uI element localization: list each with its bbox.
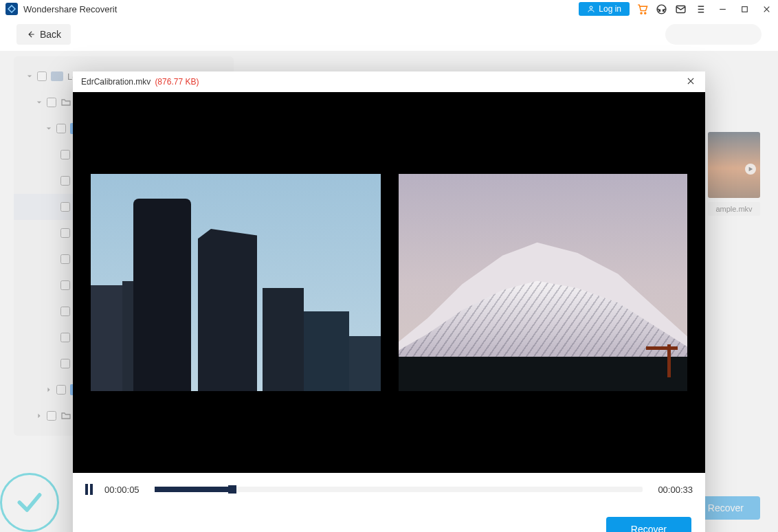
preview-modal: EdrCalibration.mkv (876.77 KB) <box>73 71 705 532</box>
caret-down-icon[interactable] <box>26 73 33 80</box>
video-frame-left <box>91 174 381 391</box>
tree-checkbox[interactable] <box>47 98 56 107</box>
video-preview <box>73 92 705 473</box>
tree-checkbox[interactable] <box>60 359 70 368</box>
modal-close-button[interactable] <box>686 76 697 87</box>
app-logo-icon <box>5 3 18 15</box>
drive-icon <box>51 71 63 81</box>
back-label: Back <box>40 29 61 40</box>
tree-checkbox[interactable] <box>60 254 70 264</box>
maximize-button[interactable] <box>738 3 751 15</box>
seek-thumb[interactable] <box>228 485 236 494</box>
tree-checkbox[interactable] <box>60 307 70 316</box>
modal-footer: Recover <box>73 506 705 532</box>
login-button[interactable]: Log in <box>579 2 630 16</box>
search-field[interactable] <box>665 24 762 45</box>
modal-header: EdrCalibration.mkv (876.77 KB) <box>73 71 705 92</box>
login-label: Log in <box>599 4 621 14</box>
close-button[interactable] <box>760 3 773 15</box>
thumbnail-image <box>708 132 760 198</box>
svg-point-1 <box>641 12 642 14</box>
titlebar: Wondershare Recoverit Log in <box>0 0 778 18</box>
caret-down-icon[interactable] <box>36 99 43 106</box>
caret-right-icon[interactable] <box>45 386 52 393</box>
modal-recover-button[interactable]: Recover <box>606 517 691 532</box>
list-icon[interactable] <box>693 2 707 16</box>
modal-filename: EdrCalibration.mkv <box>81 77 151 87</box>
seek-track[interactable] <box>155 487 643 492</box>
minimize-button[interactable] <box>716 3 729 15</box>
subbar: Back <box>0 18 778 51</box>
file-thumbnail[interactable]: ample.mkv <box>708 132 760 216</box>
tree-checkbox[interactable] <box>60 228 70 238</box>
current-time: 00:00:05 <box>104 485 140 495</box>
play-overlay-icon <box>745 164 756 175</box>
tree-checkbox[interactable] <box>60 280 70 290</box>
recover-main-label: Recover <box>708 502 744 513</box>
content-area: Lo <box>0 51 778 532</box>
tree-checkbox[interactable] <box>37 71 47 81</box>
back-button[interactable]: Back <box>16 24 71 45</box>
video-controls: 00:00:05 00:00:33 <box>73 473 705 506</box>
video-frame-right <box>399 174 687 391</box>
mail-icon[interactable] <box>674 2 687 16</box>
scan-complete-icon <box>0 473 59 532</box>
tree-checkbox[interactable] <box>56 385 66 395</box>
caret-down-icon[interactable] <box>45 125 52 132</box>
tree-checkbox[interactable] <box>47 411 56 421</box>
folder-icon <box>60 97 71 108</box>
total-time: 00:00:33 <box>658 485 693 495</box>
caret-right-icon[interactable] <box>36 412 43 419</box>
tree-checkbox[interactable] <box>60 176 70 186</box>
thumbnail-caption: ample.mkv <box>708 202 760 216</box>
svg-rect-5 <box>742 6 747 12</box>
svg-point-2 <box>644 12 645 14</box>
tree-checkbox[interactable] <box>60 202 70 212</box>
cart-icon[interactable] <box>635 2 649 16</box>
tree-checkbox[interactable] <box>56 124 66 133</box>
folder-icon <box>60 410 71 421</box>
support-icon[interactable] <box>654 2 668 16</box>
app-title: Wondershare Recoverit <box>23 4 117 14</box>
seek-fill <box>155 487 233 492</box>
pause-button[interactable] <box>85 484 95 495</box>
modal-recover-label: Recover <box>631 524 667 532</box>
svg-point-0 <box>590 6 592 9</box>
tree-checkbox[interactable] <box>60 150 70 159</box>
modal-filesize: (876.77 KB) <box>155 77 199 87</box>
tree-checkbox[interactable] <box>60 333 70 342</box>
